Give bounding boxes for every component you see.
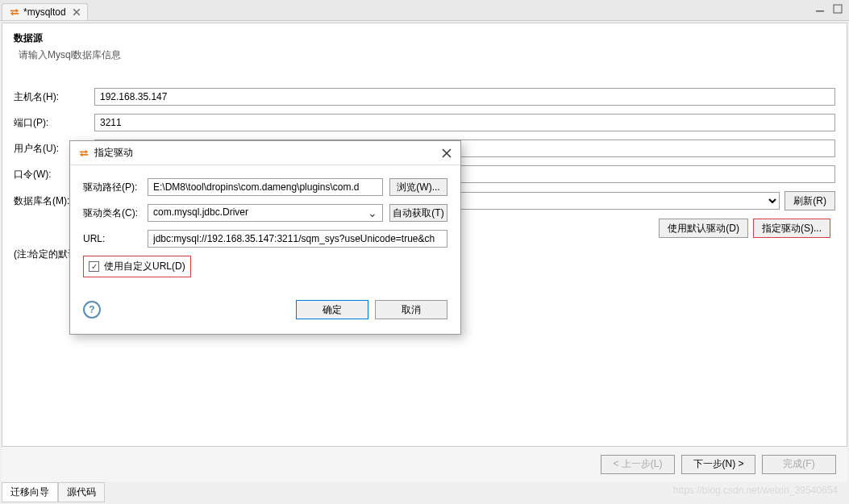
finish-button[interactable]: 完成(F) <box>762 455 836 474</box>
title-section: 数据源 请输入Mysql数据库信息 <box>14 31 835 62</box>
port-label: 端口(P): <box>14 116 94 130</box>
url-input[interactable] <box>148 230 447 248</box>
checkbox-icon[interactable] <box>89 261 99 272</box>
url-label: URL: <box>83 233 141 244</box>
tab-migration-wizard[interactable]: 迁移向导 <box>2 482 58 502</box>
custom-url-label: 使用自定义URL(D) <box>104 260 185 273</box>
swap-icon <box>9 6 20 18</box>
driver-path-input[interactable] <box>148 178 383 196</box>
ok-button[interactable]: 确定 <box>296 300 368 319</box>
wizard-bar: < 上一步(L) 下一步(N) > 完成(F) <box>2 446 847 481</box>
dialog-close-button[interactable] <box>439 146 454 160</box>
specify-driver-dialog: 指定驱动 驱动路径(P): 浏览(W)... 驱动类名(C): com.mysq… <box>69 140 461 335</box>
row-host: 主机名(H): <box>14 88 835 106</box>
svg-rect-0 <box>816 10 824 12</box>
window-controls <box>814 3 844 15</box>
driver-class-value: com.mysql.jdbc.Driver <box>153 206 248 218</box>
custom-url-checkbox-row[interactable]: 使用自定义URL(D) <box>83 256 191 277</box>
maximize-icon[interactable] <box>831 3 844 15</box>
row-port: 端口(P): <box>14 114 835 131</box>
swap-icon <box>78 148 89 159</box>
tab-mysqltod[interactable]: *mysqltod <box>2 3 88 20</box>
row-url: URL: <box>83 230 447 248</box>
dialog-body: 驱动路径(P): 浏览(W)... 驱动类名(C): com.mysql.jdb… <box>70 165 460 290</box>
help-icon[interactable]: ? <box>83 301 101 319</box>
row-driver-path: 驱动路径(P): 浏览(W)... <box>83 178 447 196</box>
dialog-title: 指定驱动 <box>94 146 133 160</box>
minimize-icon[interactable] <box>814 3 826 15</box>
auto-get-button[interactable]: 自动获取(T) <box>389 204 447 222</box>
dialog-footer: ? 确定 取消 <box>70 290 460 334</box>
tab-source-code[interactable]: 源代码 <box>58 482 105 502</box>
watermark: https://blog.csdn.net/weixin_39540654 <box>673 485 838 496</box>
browse-button[interactable]: 浏览(W)... <box>389 178 447 196</box>
bottom-tabs: 迁移向导 源代码 <box>2 482 105 502</box>
tab-bar: *mysqltod <box>0 0 849 21</box>
port-input[interactable] <box>94 114 835 131</box>
cancel-button[interactable]: 取消 <box>375 300 447 319</box>
tab-title: *mysqltod <box>23 6 66 18</box>
driver-class-select[interactable]: com.mysql.jdbc.Driver <box>148 204 383 222</box>
refresh-button[interactable]: 刷新(R) <box>784 191 835 210</box>
host-label: 主机名(H): <box>14 90 94 104</box>
row-driver-class: 驱动类名(C): com.mysql.jdbc.Driver 自动获取(T) <box>83 204 447 222</box>
dialog-titlebar: 指定驱动 <box>70 141 460 165</box>
next-button[interactable]: 下一步(N) > <box>681 455 755 474</box>
driver-path-label: 驱动路径(P): <box>83 181 141 194</box>
specify-driver-button[interactable]: 指定驱动(S)... <box>753 219 830 238</box>
host-input[interactable] <box>94 88 835 106</box>
prev-button[interactable]: < 上一步(L) <box>601 455 675 474</box>
default-driver-button[interactable]: 使用默认驱动(D) <box>659 219 748 238</box>
close-icon[interactable] <box>73 8 81 16</box>
page-subtitle: 请输入Mysql数据库信息 <box>14 48 835 62</box>
svg-rect-1 <box>834 5 842 13</box>
driver-class-label: 驱动类名(C): <box>83 206 141 220</box>
page-title: 数据源 <box>14 31 835 45</box>
